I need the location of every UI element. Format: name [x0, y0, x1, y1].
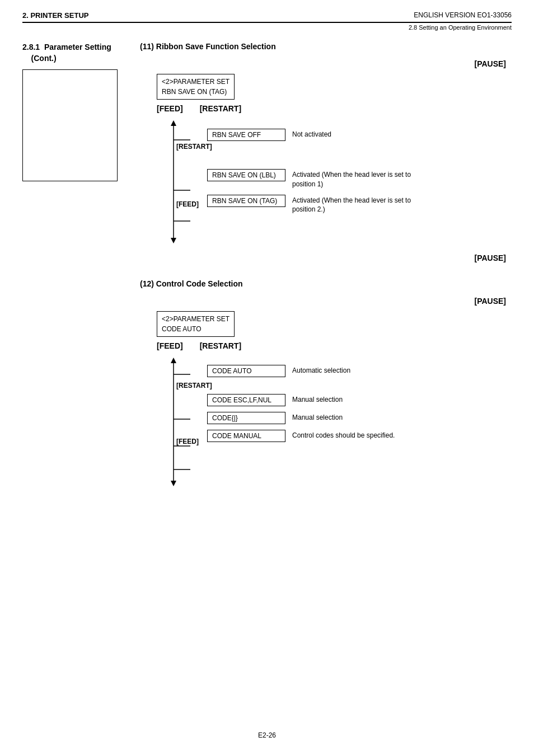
feed-label-11: [FEED] — [157, 104, 183, 113]
feed-label-12: [FEED] — [157, 341, 183, 350]
option-desc-12-4: Control codes should be specified. — [292, 430, 395, 440]
svg-marker-8 — [171, 358, 176, 363]
option-desc-12-2: Manual selection — [292, 394, 343, 405]
feed-restart-row-12: [FEED] [RESTART] — [157, 341, 512, 350]
option-row-12-1: CODE AUTO Automatic selection — [207, 365, 512, 377]
option-box-11-1: RBN SAVE OFF — [207, 129, 285, 141]
header-subsection: 2.8 Setting an Operating Environment — [22, 24, 512, 31]
option-row-11-2: RBN SAVE ON (LBL) Activated (When the he… — [207, 169, 512, 189]
header-section-title: 2. PRINTER SETUP — [22, 11, 88, 20]
option-box-11-2: RBN SAVE ON (LBL) — [207, 169, 285, 181]
svg-marker-1 — [171, 120, 176, 126]
option-desc-11-3: Activated (When the head lever is set to… — [292, 195, 415, 215]
param-box-11: <2>PARAMETER SET RBN SAVE ON (TAG) — [157, 74, 235, 100]
option-desc-12-3: Manual selection — [292, 412, 343, 422]
option-box-12-3: CODE{|} — [207, 412, 285, 424]
pause-label-1: [PAUSE] — [140, 59, 506, 68]
option-desc-11-1: Not activated — [292, 129, 331, 139]
feed-restart-row-11: [FEED] [RESTART] — [157, 104, 512, 113]
svg-marker-4 — [171, 238, 176, 243]
feed-side-label-12: [FEED] — [176, 438, 199, 445]
section-11: (11) Ribbon Save Function Selection [PAU… — [140, 42, 512, 262]
flow-lines-svg-12 — [157, 355, 207, 489]
page-footer: E2-26 — [0, 731, 534, 739]
section-11-heading: (11) Ribbon Save Function Selection — [140, 42, 512, 51]
svg-marker-11 — [171, 481, 176, 486]
option-row-12-3: CODE{|} Manual selection — [207, 412, 512, 424]
sidebar-illustration-box — [22, 69, 118, 181]
option-box-12-4: CODE MANUAL — [207, 430, 285, 442]
option-box-11-3: RBN SAVE ON (TAG) — [207, 195, 285, 207]
option-row-12-2: CODE ESC,LF,NUL Manual selection — [207, 394, 512, 406]
param-box-12: <2>PARAMETER SET CODE AUTO — [157, 311, 235, 337]
restart-side-label-12: [RESTART] — [176, 382, 212, 389]
pause-label-12-1: [PAUSE] — [140, 297, 506, 306]
option-row-12-4: CODE MANUAL Control codes should be spec… — [207, 430, 512, 442]
pause-label-2: [PAUSE] — [140, 253, 506, 262]
restart-side-label-11: [RESTART] — [176, 143, 212, 151]
option-box-12-1: CODE AUTO — [207, 365, 285, 377]
option-row-11-3: RBN SAVE ON (TAG) Activated (When the he… — [207, 195, 512, 215]
feed-side-label-11: [FEED] — [176, 200, 199, 208]
restart-label-12: [RESTART] — [200, 341, 241, 350]
header-version: ENGLISH VERSION EO1-33056 — [414, 11, 512, 19]
section-12: (12) Control Code Selection [PAUSE] <2>P… — [140, 279, 512, 491]
restart-label-11: [RESTART] — [200, 104, 241, 113]
page-number: E2-26 — [258, 731, 276, 739]
option-desc-11-2: Activated (When the head lever is set to… — [292, 169, 415, 189]
section-12-heading: (12) Control Code Selection — [140, 279, 512, 288]
option-box-12-2: CODE ESC,LF,NUL — [207, 394, 285, 406]
flow-lines-svg-11 — [157, 118, 207, 246]
option-desc-12-1: Automatic selection — [292, 365, 350, 375]
section-number: 2.8.1 Parameter Setting (Cont.) — [22, 42, 134, 64]
option-row-11-1: RBN SAVE OFF Not activated — [207, 129, 512, 141]
